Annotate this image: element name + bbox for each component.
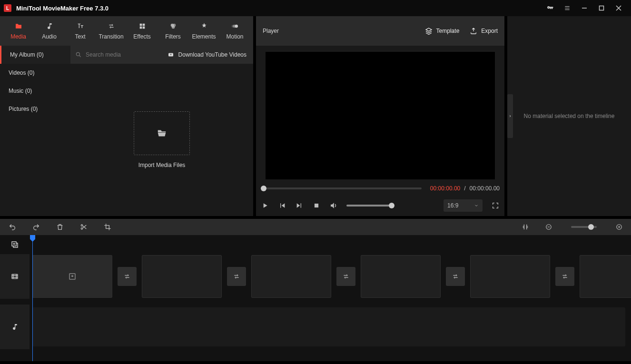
video-slot[interactable]: [32, 255, 112, 298]
next-button[interactable]: [295, 201, 304, 210]
svg-point-10: [231, 25, 234, 27]
audio-track[interactable]: [32, 307, 625, 346]
volume-button[interactable]: [329, 201, 338, 210]
tab-motion[interactable]: Motion: [219, 16, 250, 46]
sidebar-item-videos[interactable]: Videos (0): [0, 64, 70, 82]
seek-bar[interactable]: [261, 187, 422, 189]
tab-audio[interactable]: Audio: [34, 16, 65, 46]
zoom-slider[interactable]: [571, 226, 597, 228]
svg-rect-0: [600, 6, 604, 10]
inspector-empty-text: No material selected on the timeline: [524, 113, 615, 119]
svg-point-7: [171, 26, 175, 29]
svg-rect-4: [142, 27, 145, 29]
menu-icon[interactable]: [559, 0, 576, 16]
timeline-ruler[interactable]: [30, 235, 631, 254]
tab-media-label: Media: [10, 33, 26, 40]
play-button[interactable]: [261, 201, 269, 210]
filters-icon: [169, 22, 177, 30]
tab-motion-label: Motion: [226, 33, 243, 40]
transition-slot[interactable]: [555, 267, 574, 286]
svg-rect-1: [139, 24, 142, 26]
search-icon: [75, 51, 82, 58]
tab-media[interactable]: Media: [3, 16, 34, 46]
import-dropzone[interactable]: [134, 111, 190, 155]
fit-button[interactable]: [522, 223, 529, 231]
svg-point-11: [76, 52, 79, 56]
video-slot[interactable]: [470, 255, 550, 298]
app-logo: L: [4, 4, 11, 12]
folder-open-icon: [156, 128, 168, 138]
timecode-total: 00:00:00.00: [470, 185, 500, 192]
tab-filters-label: Filters: [165, 33, 181, 40]
video-slot[interactable]: [251, 255, 331, 298]
delete-button[interactable]: [56, 223, 64, 231]
tab-effects-label: Effects: [133, 33, 150, 40]
zoom-in-button[interactable]: [616, 224, 622, 230]
tab-transition[interactable]: Transition: [96, 16, 127, 46]
elements-icon: [200, 22, 208, 30]
volume-slider[interactable]: [346, 205, 392, 207]
key-icon[interactable]: [542, 0, 559, 16]
close-button[interactable]: [610, 0, 627, 16]
transition-slot[interactable]: [336, 267, 355, 286]
split-button[interactable]: [80, 223, 88, 231]
transition-slot[interactable]: [227, 267, 246, 286]
motion-icon: [231, 22, 239, 30]
crop-button[interactable]: [104, 223, 111, 231]
chevron-down-icon: [474, 203, 479, 208]
tab-text[interactable]: Text: [65, 16, 96, 46]
video-slot[interactable]: [142, 255, 222, 298]
add-track-button[interactable]: [0, 235, 30, 254]
transition-slot[interactable]: [118, 267, 137, 286]
transition-icon: [107, 22, 116, 30]
timecode-current: 00:00:00.00: [430, 185, 460, 192]
svg-rect-2: [142, 24, 145, 26]
video-track-icon: [0, 254, 30, 299]
zoom-out-button[interactable]: [545, 224, 552, 230]
template-button[interactable]: Template: [425, 27, 460, 35]
sidebar-item-music[interactable]: Music (0): [0, 82, 70, 100]
sidebar-item-pictures[interactable]: Pictures (0): [0, 100, 70, 118]
minimize-button[interactable]: [576, 0, 593, 16]
video-slot[interactable]: [580, 255, 631, 298]
search-input-wrap[interactable]: [70, 46, 160, 64]
search-input[interactable]: [86, 51, 160, 58]
tab-filters[interactable]: Filters: [158, 16, 188, 46]
svg-rect-13: [315, 204, 318, 207]
player-title: Player: [263, 28, 279, 34]
fullscreen-button[interactable]: [491, 201, 500, 210]
tab-text-label: Text: [75, 33, 85, 40]
app-title: MiniTool MovieMaker Free 7.3.0: [16, 5, 108, 12]
panel-expand-button[interactable]: [507, 94, 513, 138]
previous-button[interactable]: [278, 201, 286, 210]
folder-icon: [14, 22, 23, 30]
maximize-button[interactable]: [593, 0, 610, 16]
text-icon: [76, 22, 85, 30]
stop-button[interactable]: [312, 201, 321, 210]
playhead[interactable]: [32, 235, 33, 361]
download-youtube-button[interactable]: Download YouTube Videos: [160, 46, 253, 64]
undo-button[interactable]: [9, 223, 16, 231]
svg-rect-3: [139, 27, 142, 29]
export-icon: [470, 27, 477, 35]
effects-icon: [138, 22, 146, 30]
layers-icon: [425, 27, 433, 35]
export-button[interactable]: Export: [470, 27, 498, 35]
transition-slot[interactable]: [446, 267, 465, 286]
tab-effects[interactable]: Effects: [127, 16, 158, 46]
tab-audio-label: Audio: [42, 33, 57, 40]
aspect-ratio-select[interactable]: 16:9: [444, 199, 483, 212]
tab-elements-label: Elements: [192, 33, 216, 40]
svg-rect-19: [12, 274, 18, 278]
tab-transition-label: Transition: [99, 33, 123, 40]
redo-button[interactable]: [32, 223, 40, 231]
import-label: Import Media Files: [138, 162, 186, 168]
audio-track-icon: [0, 305, 30, 349]
tab-elements[interactable]: Elements: [188, 16, 219, 46]
music-note-icon: [46, 22, 53, 30]
youtube-download-icon: [167, 52, 175, 58]
preview-canvas: [266, 52, 495, 179]
video-slot[interactable]: [361, 255, 441, 298]
sidebar-item-album[interactable]: My Album (0): [0, 46, 70, 64]
